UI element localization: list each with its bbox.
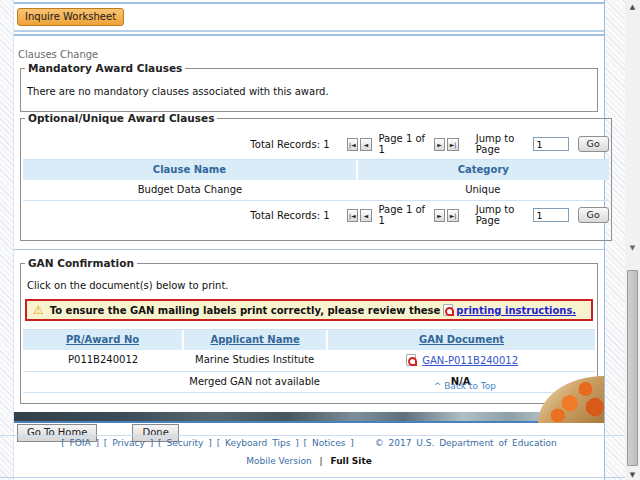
security-link[interactable]: [ Security ] xyxy=(158,438,212,448)
jump-to-page-label: Jump to Page xyxy=(476,204,533,226)
warning-text: To ensure the GAN mailing labels print c… xyxy=(50,305,441,316)
decorative-blue-bar xyxy=(14,421,604,423)
category-cell: Unique xyxy=(357,180,609,200)
category-header: Category xyxy=(358,160,609,180)
mobile-version-link[interactable]: Mobile Version xyxy=(246,456,311,466)
optional-clauses-fieldset: Optional/Unique Award Clauses Total Reco… xyxy=(20,112,612,241)
page-indicator: Page 1 of 1 xyxy=(373,204,433,226)
gan-document-link[interactable]: GAN-P011B240012 xyxy=(422,355,518,366)
pdf-icon xyxy=(406,354,416,366)
applicant-name-header-link[interactable]: Applicant Name xyxy=(210,334,299,345)
go-button[interactable]: Go xyxy=(578,207,609,223)
merged-gan-cell: Merged GAN not available xyxy=(183,372,326,392)
warning-icon: ⚠ xyxy=(33,304,44,316)
gan-instruction-text: Click on the document(s) below to print. xyxy=(23,275,595,293)
first-page-button[interactable]: |◄ xyxy=(347,209,358,222)
double-divider xyxy=(14,30,604,36)
footer-site-row: Mobile Version | Full Site xyxy=(14,456,604,466)
pr-award-no-header-link[interactable]: PR/Award No xyxy=(66,334,139,345)
last-page-button[interactable]: ►| xyxy=(447,138,458,151)
next-page-button[interactable]: ► xyxy=(434,209,445,222)
first-page-button[interactable]: |◄ xyxy=(347,138,358,151)
mandatory-clauses-fieldset: Mandatory Award Clauses There are no man… xyxy=(20,62,598,112)
gan-document-header: GAN Document xyxy=(328,330,595,350)
pagination-bar-bottom: Total Records: 1 |◄ ◄ Page 1 of 1 ► ►| J… xyxy=(23,201,609,230)
gan-table-row-2: Merged GAN not available N/A xyxy=(23,372,595,392)
page-bottom-rule xyxy=(0,477,640,478)
jump-to-page-label: Jump to Page xyxy=(476,133,533,155)
gan-confirmation-fieldset: GAN Confirmation Click on the document(s… xyxy=(20,257,598,404)
next-page-button[interactable]: ► xyxy=(434,138,445,151)
prev-page-button[interactable]: ◄ xyxy=(360,209,371,222)
footer-links-row: [ FOIA ] [ Privacy ] [ Security ] [ Keyb… xyxy=(14,438,604,448)
applicant-name-header: Applicant Name xyxy=(184,330,326,350)
last-page-button[interactable]: ►| xyxy=(447,209,458,222)
full-site-label: Full Site xyxy=(330,456,371,466)
pagination-bar-top: Total Records: 1 |◄ ◄ Page 1 of 1 ► ►| J… xyxy=(23,130,609,159)
total-records-label: Total Records: 1 xyxy=(23,210,346,221)
scroll-up-arrow-icon[interactable]: ▲ xyxy=(625,2,640,12)
jump-to-page-input[interactable] xyxy=(533,137,569,151)
clause-name-cell: Budget Data Change xyxy=(23,180,357,200)
pr-award-no-cell-empty xyxy=(23,372,183,392)
optional-clauses-legend: Optional/Unique Award Clauses xyxy=(25,112,217,124)
clauses-table-header: Clause Name Category xyxy=(23,160,609,180)
pr-award-no-cell: P011B240012 xyxy=(23,350,183,371)
clause-name-header: Clause Name xyxy=(23,160,356,180)
decorative-sky-bar xyxy=(14,412,604,421)
divider-line xyxy=(14,30,604,32)
app-window: Inquire Worksheet Clauses Change Mandato… xyxy=(0,0,640,480)
gan-table-header: PR/Award No Applicant Name GAN Document xyxy=(23,330,595,350)
total-records-label: Total Records: 1 xyxy=(23,139,346,150)
footer: [ FOIA ] [ Privacy ] [ Security ] [ Keyb… xyxy=(14,438,604,466)
gan-document-header-link[interactable]: GAN Document xyxy=(419,334,504,345)
applicant-name-cell: Marine Studies Institute xyxy=(183,350,326,371)
page-content: Inquire Worksheet Clauses Change Mandato… xyxy=(13,0,605,480)
gan-confirmation-legend: GAN Confirmation xyxy=(25,257,137,269)
vertical-scrollbar[interactable]: ▲ ▼ ▼ xyxy=(625,0,640,480)
privacy-link[interactable]: [ Privacy ] xyxy=(104,438,153,448)
warning-banner: ⚠ To ensure the GAN mailing labels print… xyxy=(25,299,593,321)
section-divider xyxy=(14,249,604,250)
gan-table-row-1: P011B240012 Marine Studies Institute GAN… xyxy=(23,350,595,371)
mandatory-empty-text: There are no mandatory clauses associate… xyxy=(23,80,595,101)
foia-link[interactable]: [ FOIA ] xyxy=(61,438,99,448)
jump-to-page-input[interactable] xyxy=(533,208,569,222)
frame-scroll-arrow-icon[interactable]: ▼ xyxy=(625,243,640,253)
back-to-top-link[interactable]: ^ Back to Top xyxy=(434,381,496,391)
scroll-down-arrow-icon[interactable]: ▼ xyxy=(625,470,640,480)
prev-page-button[interactable]: ◄ xyxy=(360,138,371,151)
divider-line xyxy=(14,34,604,36)
pdf-icon xyxy=(443,304,453,316)
printing-instructions-link[interactable]: printing instructions. xyxy=(456,305,576,316)
page-indicator: Page 1 of 1 xyxy=(373,133,433,155)
inquire-worksheet-button[interactable]: Inquire Worksheet xyxy=(17,8,124,26)
pr-award-no-header: PR/Award No xyxy=(23,330,182,350)
footer-top-rule xyxy=(0,435,640,436)
keyboard-tips-link[interactable]: [ Keyboard Tips ] xyxy=(217,438,299,448)
copyright-text: © 2017 U.S. Department of Education xyxy=(375,438,557,448)
top-divider xyxy=(14,2,604,4)
mandatory-clauses-legend: Mandatory Award Clauses xyxy=(25,62,185,74)
page-title: Clauses Change xyxy=(18,49,604,60)
row-separator xyxy=(23,392,595,393)
scrollbar-thumb[interactable] xyxy=(627,270,638,466)
go-button[interactable]: Go xyxy=(578,136,609,152)
footer-divider: | xyxy=(320,456,323,466)
notices-link[interactable]: [ Notices ] xyxy=(304,438,354,448)
clauses-table-row: Budget Data Change Unique xyxy=(23,180,609,200)
gan-document-cell: GAN-P011B240012 xyxy=(326,350,595,371)
